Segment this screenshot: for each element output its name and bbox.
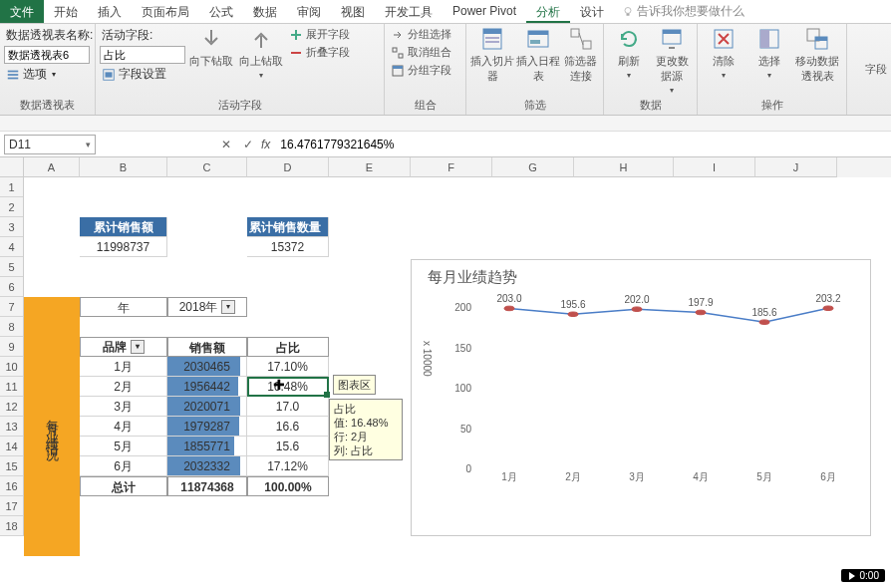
tab-dev[interactable]: 开发工具 (375, 0, 443, 23)
clear-button[interactable]: 清除▾ (702, 26, 745, 80)
data-label: 203.0 (496, 293, 521, 304)
col-header[interactable]: C (167, 157, 247, 177)
table-cell[interactable]: 17.0 (247, 397, 329, 417)
table-cell[interactable]: 4月 (80, 417, 167, 437)
refresh-button[interactable]: 刷新▾ (608, 26, 650, 80)
table-cell[interactable]: 2030465 (167, 357, 247, 377)
pivot-name-input[interactable] (4, 46, 90, 64)
row-header[interactable]: 10 (0, 357, 23, 377)
col-header[interactable]: I (674, 157, 755, 177)
sum-sales-value[interactable]: 11998737 (80, 237, 167, 257)
col-header[interactable]: G (492, 157, 574, 177)
row-header[interactable]: 13 (0, 417, 23, 437)
table-cell[interactable]: 17.12% (247, 456, 329, 476)
total-sales[interactable]: 11874368 (167, 476, 247, 496)
drill-down-button[interactable]: 向下钻取 (187, 26, 235, 69)
formula-input[interactable] (276, 135, 891, 154)
table-cell[interactable]: 2020071 (167, 397, 247, 417)
tab-formula[interactable]: 公式 (199, 0, 243, 23)
table-cell[interactable]: 1979287 (167, 417, 247, 437)
group-field-button[interactable]: 分组字段 (389, 62, 453, 79)
change-source-button[interactable]: 更改数据源▾ (652, 26, 694, 95)
total-pct[interactable]: 100.00% (247, 476, 329, 496)
cancel-button[interactable]: ✕ (215, 134, 237, 155)
col-header[interactable]: B (80, 157, 167, 177)
col-header[interactable]: H (574, 157, 674, 177)
drill-down-icon (198, 26, 224, 52)
col-header[interactable]: F (411, 157, 492, 177)
group-selection-button[interactable]: 分组选择 (389, 26, 453, 43)
table-cell[interactable]: 6月 (80, 456, 167, 476)
select-all-triangle[interactable] (0, 157, 24, 177)
tab-file[interactable]: 文件 (0, 0, 44, 23)
insert-slicer-button[interactable]: 插入切片器 (470, 26, 514, 84)
row-header[interactable]: 8 (0, 317, 23, 337)
row-header[interactable]: 3 (0, 217, 23, 237)
chart-container[interactable]: 每月业绩趋势 x 10000 050100150200 203.0195.620… (411, 259, 871, 536)
row-header[interactable]: 4 (0, 237, 23, 257)
row-header[interactable]: 14 (0, 437, 23, 456)
expand-field-button[interactable]: 展开字段 (287, 26, 352, 43)
tab-start[interactable]: 开始 (44, 0, 88, 23)
table-cell[interactable]: 16.48% (247, 377, 329, 397)
row-header[interactable]: 7 (0, 297, 23, 317)
brand-filter-icon[interactable]: ▾ (131, 340, 145, 354)
ribbon-tail: 字段 (847, 24, 891, 115)
filter-connections-button[interactable]: 筛选器连接 (562, 26, 599, 84)
tab-analyze[interactable]: 分析 (526, 0, 570, 23)
tab-layout[interactable]: 页面布局 (132, 0, 199, 23)
active-field-input[interactable] (100, 46, 185, 64)
year-value-cell[interactable]: 2018年 ▾ (167, 297, 247, 317)
insert-timeline-button[interactable]: 插入日程表 (516, 26, 560, 84)
col-header[interactable]: D (247, 157, 329, 177)
col-header[interactable]: J (755, 157, 837, 177)
field-settings-button[interactable]: 字段设置 (100, 65, 185, 84)
year-filter-icon[interactable]: ▾ (221, 300, 235, 314)
ungroup-button[interactable]: 取消组合 (389, 44, 453, 61)
tab-insert[interactable]: 插入 (88, 0, 132, 23)
collapse-field-button[interactable]: 折叠字段 (287, 44, 352, 61)
select-button[interactable]: 选择▾ (747, 26, 791, 80)
row-header[interactable]: 6 (0, 277, 23, 297)
table-cell[interactable]: 1月 (80, 357, 167, 377)
col-header[interactable]: E (329, 157, 411, 177)
name-box[interactable]: D11▾ (4, 135, 96, 154)
row-header[interactable]: 12 (0, 397, 23, 417)
options-button[interactable]: 选项▾ (4, 65, 58, 84)
drill-up-button[interactable]: 向上钻取▾ (237, 26, 285, 80)
enter-button[interactable]: ✓ (237, 134, 259, 155)
select-icon (756, 26, 782, 52)
table-cell[interactable]: 1855771 (167, 437, 247, 456)
tab-design[interactable]: 设计 (570, 0, 614, 23)
brand-header[interactable]: 品牌▾ (80, 337, 167, 357)
row-header[interactable]: 2 (0, 197, 23, 217)
fx-icon[interactable]: fx (261, 138, 270, 151)
table-cell[interactable]: 1956442 (167, 377, 247, 397)
tab-view[interactable]: 视图 (331, 0, 375, 23)
row-header[interactable]: 5 (0, 257, 23, 277)
tab-review[interactable]: 审阅 (287, 0, 331, 23)
move-pivot-button[interactable]: 移动数据透视表 (793, 26, 842, 84)
row-header[interactable]: 1 (0, 177, 23, 197)
svg-point-35 (759, 320, 769, 325)
table-cell[interactable]: 2月 (80, 377, 167, 397)
row-header[interactable]: 17 (0, 496, 23, 516)
table-cell[interactable]: 5月 (80, 437, 167, 456)
row-header[interactable]: 16 (0, 476, 23, 496)
row-header[interactable]: 15 (0, 456, 23, 476)
table-cell[interactable]: 16.6 (247, 417, 329, 437)
table-cell[interactable]: 17.10% (247, 357, 329, 377)
svg-rect-15 (483, 29, 501, 34)
tell-me[interactable]: 告诉我你想要做什么 (614, 0, 752, 23)
sum-qty-value[interactable]: 15372 (247, 237, 329, 257)
table-cell[interactable]: 2032332 (167, 456, 247, 476)
table-cell[interactable]: 15.6 (247, 437, 329, 456)
row-header[interactable]: 9 (0, 337, 23, 357)
x-tick: 3月 (605, 470, 669, 490)
row-header[interactable]: 18 (0, 516, 23, 536)
table-cell[interactable]: 3月 (80, 397, 167, 417)
col-header[interactable]: A (24, 157, 80, 177)
tab-data[interactable]: 数据 (243, 0, 287, 23)
tab-powerpivot[interactable]: Power Pivot (443, 0, 526, 23)
row-header[interactable]: 11 (0, 377, 23, 397)
